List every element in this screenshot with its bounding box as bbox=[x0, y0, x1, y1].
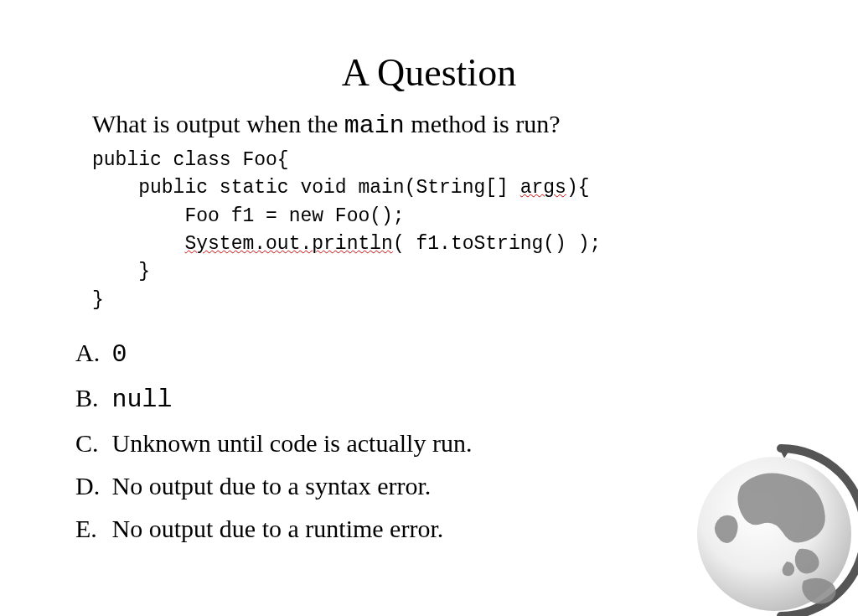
code-line-6: } bbox=[92, 289, 104, 311]
code-line-4c: ( f1.toString() ); bbox=[393, 233, 601, 255]
answer-e-text: No output due to a runtime error. bbox=[112, 515, 444, 542]
answer-c-letter: C. bbox=[75, 422, 106, 464]
question-prefix: What is output when the bbox=[92, 110, 344, 137]
answer-c-text: Unknown until code is actually run. bbox=[112, 429, 473, 457]
slide-title: A Question bbox=[75, 50, 783, 95]
code-line-2-post: ){ bbox=[566, 177, 590, 199]
code-block: public class Foo{ public static void mai… bbox=[92, 147, 783, 314]
answer-c: C. Unknown until code is actually run. bbox=[75, 422, 783, 464]
code-line-5: } bbox=[92, 261, 150, 282]
answer-d-letter: D. bbox=[75, 464, 106, 507]
globe-icon bbox=[682, 440, 858, 616]
code-line-3: Foo f1 = new Foo(); bbox=[92, 205, 405, 227]
slide-container: A Question What is output when the main … bbox=[0, 0, 858, 616]
question-code-inline: main bbox=[344, 111, 405, 140]
answer-b-letter: B. bbox=[75, 376, 106, 419]
code-line-4a bbox=[92, 233, 184, 255]
answers-list: A. 0 B. null C. Unknown until code is ac… bbox=[75, 331, 783, 550]
answer-a-letter: A. bbox=[75, 331, 106, 374]
answer-d: D. No output due to a syntax error. bbox=[75, 464, 783, 507]
answer-d-text: No output due to a syntax error. bbox=[112, 472, 432, 500]
answer-a-text: 0 bbox=[112, 340, 127, 369]
question-suffix: method is run? bbox=[405, 110, 561, 137]
code-args-squiggle: args bbox=[520, 177, 566, 199]
answer-b-text: null bbox=[112, 386, 173, 414]
answer-e: E. No output due to a runtime error. bbox=[75, 507, 783, 550]
answer-b: B. null bbox=[75, 376, 783, 422]
answer-a: A. 0 bbox=[75, 331, 783, 376]
code-line-1: public class Foo{ bbox=[92, 149, 289, 171]
answer-e-letter: E. bbox=[75, 507, 106, 550]
code-println-squiggle: System.out.println bbox=[184, 233, 392, 255]
code-line-2-pre: public static void main(String[] bbox=[92, 177, 520, 199]
question-text: What is output when the main method is r… bbox=[92, 110, 783, 140]
